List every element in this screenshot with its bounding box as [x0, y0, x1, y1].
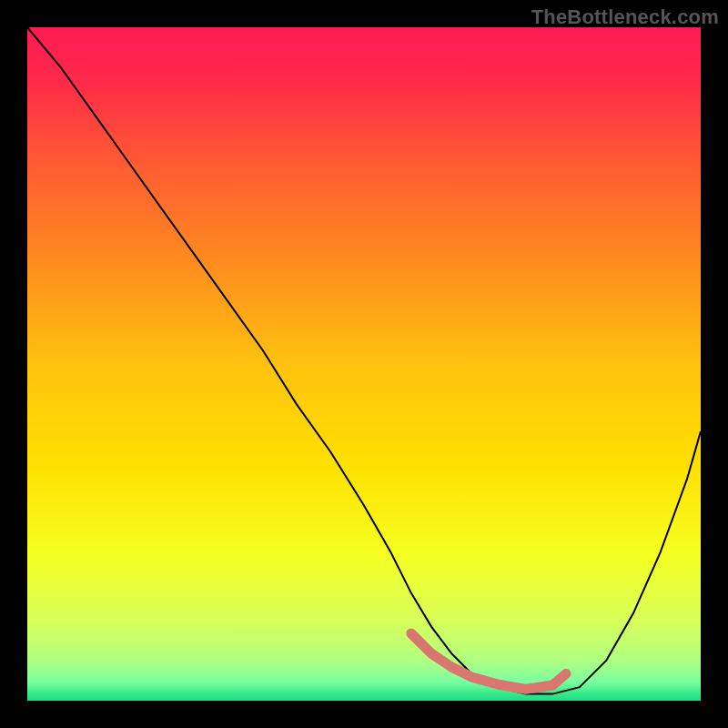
watermark-text: TheBottleneck.com — [531, 5, 719, 29]
chart-canvas — [0, 0, 728, 728]
plot-background — [27, 27, 701, 701]
chart-frame: TheBottleneck.com — [0, 0, 728, 728]
